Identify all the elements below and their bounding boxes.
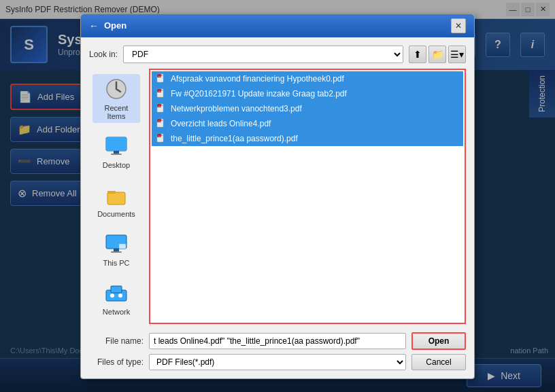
svg-rect-8 xyxy=(106,137,127,151)
open-dialog: ← Open ✕ Look in: PDF ⬆ 📁 ☰▾ xyxy=(80,14,475,379)
svg-rect-10 xyxy=(111,154,122,155)
file-name-label: File name: xyxy=(89,336,144,346)
go-up-button[interactable]: ⬆ xyxy=(409,46,426,63)
svg-rect-14 xyxy=(114,249,119,251)
nav-item-desktop[interactable]: Desktop xyxy=(92,131,140,172)
file-item-0[interactable]: PDF Afspraak vanavond financiering Hypot… xyxy=(152,71,463,86)
svg-point-19 xyxy=(118,293,122,298)
open-button[interactable]: Open xyxy=(411,332,466,350)
nav-item-network[interactable]: Network xyxy=(92,278,140,319)
svg-text:PDF: PDF xyxy=(158,135,161,137)
recent-icon xyxy=(104,77,129,101)
dialog-bottom: File name: Open Files of type: PDF Files… xyxy=(89,329,466,370)
dialog-nav: Recent Items Desktop xyxy=(89,69,144,324)
svg-text:PDF: PDF xyxy=(158,105,161,107)
svg-rect-11 xyxy=(107,192,125,204)
svg-point-18 xyxy=(110,293,114,298)
file-list[interactable]: PDF Afspraak vanavond financiering Hypot… xyxy=(149,69,466,324)
file-name-row: File name: Open xyxy=(89,332,466,350)
files-of-type-label: Files of type: xyxy=(89,357,144,367)
desktop-icon xyxy=(104,134,129,158)
dialog-body: Look in: PDF ⬆ 📁 ☰▾ xyxy=(81,37,474,378)
file-name-1: Fw #Q201621971 Update inzake Graag tab2.… xyxy=(171,89,347,99)
nav-label-documents: Documents xyxy=(97,210,135,218)
file-item-1[interactable]: PDF Fw #Q201621971 Update inzake Graag t… xyxy=(152,86,463,101)
dialog-title-text: Open xyxy=(104,20,127,31)
view-options-button[interactable]: ☰▾ xyxy=(448,46,466,63)
svg-text:PDF: PDF xyxy=(158,90,161,92)
documents-icon xyxy=(104,183,129,207)
file-item-3[interactable]: PDF Overzicht leads Online4.pdf xyxy=(152,116,463,131)
svg-text:PDF: PDF xyxy=(158,75,161,77)
svg-rect-12 xyxy=(107,191,116,194)
dialog-close-button[interactable]: ✕ xyxy=(451,18,466,33)
nav-item-documents[interactable]: Documents xyxy=(92,180,140,221)
svg-rect-20 xyxy=(111,286,122,293)
dialog-title-icon: ← xyxy=(89,20,99,31)
file-name-3: Overzicht leads Online4.pdf xyxy=(171,119,271,128)
look-in-label: Look in: xyxy=(89,50,118,59)
nav-label-network: Network xyxy=(103,308,130,316)
thispc-icon xyxy=(104,232,129,256)
nav-item-recent[interactable]: Recent Items xyxy=(92,74,140,123)
file-name-0: Afspraak vanavond financiering Hypotheek… xyxy=(171,74,344,84)
file-item-4[interactable]: PDF the_little_prince1(aa password).pdf xyxy=(152,131,463,146)
file-name-2: Netwerkproblemen vanochtend3.pdf xyxy=(171,104,302,113)
nav-label-thispc: This PC xyxy=(103,259,129,267)
nav-label-desktop: Desktop xyxy=(103,161,130,169)
svg-text:PDF: PDF xyxy=(158,120,161,122)
look-in-actions: ⬆ 📁 ☰▾ xyxy=(409,46,466,63)
file-name-4: the_little_prince1(aa password).pdf xyxy=(171,134,298,143)
cancel-button[interactable]: Cancel xyxy=(411,354,466,370)
svg-rect-16 xyxy=(119,244,126,249)
dialog-overlay: ← Open ✕ Look in: PDF ⬆ 📁 ☰▾ xyxy=(0,0,555,392)
network-icon xyxy=(104,281,129,305)
files-of-type-select[interactable]: PDF Files(*.pdf) xyxy=(149,354,406,370)
svg-rect-9 xyxy=(114,151,119,154)
file-name-input[interactable] xyxy=(149,333,406,349)
dialog-title-left: ← Open xyxy=(89,20,127,31)
dialog-main: Recent Items Desktop xyxy=(89,69,466,324)
look-in-bar: Look in: PDF ⬆ 📁 ☰▾ xyxy=(89,46,466,63)
new-folder-button[interactable]: 📁 xyxy=(428,46,446,63)
nav-item-thispc[interactable]: This PC xyxy=(92,229,140,270)
file-item-2[interactable]: PDF Netwerkproblemen vanochtend3.pdf xyxy=(152,101,463,116)
file-type-row: Files of type: PDF Files(*.pdf) Cancel xyxy=(89,354,466,370)
nav-label-recent: Recent Items xyxy=(95,104,137,120)
look-in-select[interactable]: PDF xyxy=(123,46,403,63)
dialog-title-bar: ← Open ✕ xyxy=(81,14,474,37)
svg-rect-15 xyxy=(111,251,122,253)
